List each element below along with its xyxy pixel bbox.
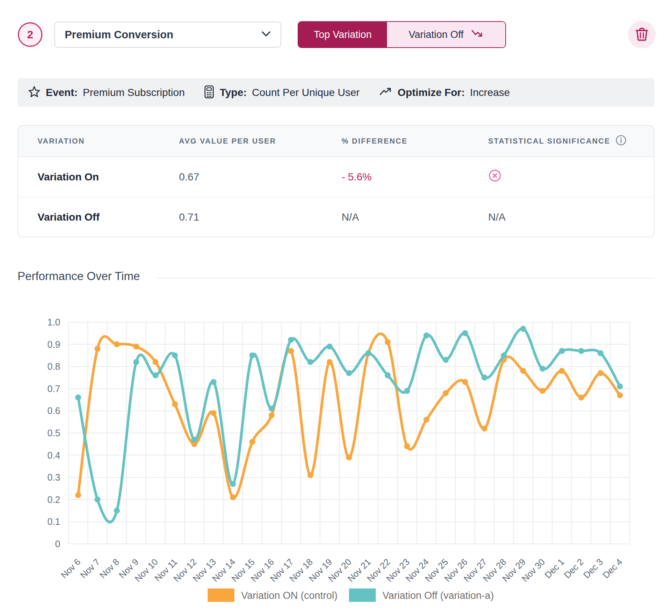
variation-off-variation-a-point[interactable]: [95, 497, 100, 503]
variation-off-variation-a-point[interactable]: [114, 508, 120, 514]
variation-on-control-point[interactable]: [617, 392, 623, 398]
event-bar: Event: Premium Subscription Type: Count …: [17, 78, 655, 107]
variation-on-control-point[interactable]: [95, 346, 100, 352]
variation-off-variation-a-point[interactable]: [423, 333, 429, 339]
variation-off-variation-a-point[interactable]: [249, 352, 255, 358]
variation-off-variation-a-point[interactable]: [269, 405, 275, 411]
variation-off-variation-a-point[interactable]: [520, 326, 526, 332]
variation-off-variation-a-point[interactable]: [75, 395, 81, 401]
variation-on-control-point[interactable]: [481, 426, 487, 431]
variation-off-label: Variation Off: [409, 29, 464, 41]
variation-on-control-point[interactable]: [346, 455, 352, 461]
variation-off-variation-a-point[interactable]: [559, 348, 565, 354]
x-axis-label: Dec 3: [581, 556, 605, 580]
performance-chart-svg: 00.10.20.30.40.50.60.70.80.91.0Nov 6Nov …: [0, 309, 672, 616]
variation-on-control-point[interactable]: [423, 417, 429, 423]
y-axis-label: 0.6: [47, 405, 60, 416]
variation-off-variation-a-point[interactable]: [327, 344, 333, 350]
variation-on-control-point[interactable]: [443, 390, 449, 396]
y-axis-label: 0.2: [47, 494, 60, 505]
y-axis-label: 0.3: [47, 472, 60, 482]
variation-off-variation-a-point[interactable]: [307, 359, 313, 365]
variation-off-variation-a-point[interactable]: [578, 348, 584, 354]
type-value: Count Per Unique User: [252, 87, 359, 99]
variation-on-control-point[interactable]: [249, 439, 255, 445]
legend-item[interactable]: Variation Off (variation-a): [349, 588, 494, 602]
y-axis-label: 0: [55, 539, 60, 549]
variation-on-control-point[interactable]: [288, 348, 294, 354]
difference-value: N/A: [342, 211, 488, 223]
variation-off-variation-a-point[interactable]: [617, 384, 623, 389]
variation-off-variation-a-point[interactable]: [462, 330, 468, 336]
trending-up-icon: [379, 87, 393, 98]
variation-on-control-point[interactable]: [404, 443, 410, 449]
variation-toggle: Top Variation Variation Off: [298, 21, 506, 48]
variation-off-variation-a-point[interactable]: [501, 352, 507, 358]
y-axis-label: 0.8: [47, 361, 60, 372]
variation-on-control-point[interactable]: [133, 344, 139, 350]
variation-on-control-point[interactable]: [520, 368, 526, 374]
variation-off-variation-a-point[interactable]: [230, 481, 236, 487]
table-header: VARIATION AVG VALUE PER USER % DIFFERENC…: [18, 126, 654, 157]
y-axis-label: 1.0: [47, 317, 60, 327]
avg-value: 0.71: [179, 211, 342, 223]
variation-off-variation-a-point[interactable]: [404, 388, 410, 394]
variation-on-control-point[interactable]: [307, 472, 313, 478]
legend-swatch: [349, 588, 376, 602]
variation-on-control-point[interactable]: [153, 359, 159, 365]
legend-item[interactable]: Variation ON (control): [208, 588, 337, 602]
variation-on-control-point[interactable]: [327, 359, 333, 365]
variation-off-variation-a-point[interactable]: [365, 350, 371, 356]
legend-swatch: [208, 588, 234, 602]
variation-off-variation-a-point[interactable]: [346, 370, 352, 376]
col-significance: STATISTICAL SIGNIFICANCE: [488, 135, 654, 148]
variation-off-variation-a-point[interactable]: [288, 337, 294, 343]
variation-on-control-point[interactable]: [230, 494, 236, 500]
variation-on-control-point[interactable]: [211, 410, 217, 416]
variation-off-variation-a-point[interactable]: [598, 350, 604, 356]
trash-icon: [636, 27, 648, 42]
variation-on-control-point[interactable]: [269, 412, 275, 418]
variation-on-control-point[interactable]: [540, 388, 545, 394]
metric-dropdown-value: Premium Conversion: [65, 29, 173, 41]
variation-on-control-point[interactable]: [114, 341, 120, 347]
delete-metric-button[interactable]: [628, 21, 656, 48]
x-axis-label: Nov 7: [78, 556, 102, 580]
info-icon[interactable]: [615, 135, 627, 148]
trend-down-icon: [471, 29, 484, 41]
metric-index-badge: 2: [18, 22, 42, 47]
variation-on-control-point[interactable]: [172, 401, 178, 407]
section-divider: [156, 278, 655, 279]
variation-off-variation-a-point[interactable]: [172, 352, 178, 358]
variation-off-variation-a-point[interactable]: [540, 366, 545, 372]
variation-off-variation-a-point[interactable]: [385, 372, 391, 378]
variation-off-variation-a-point[interactable]: [153, 372, 159, 378]
y-axis-label: 0.4: [47, 450, 60, 461]
variation-off-variation-a-point[interactable]: [133, 359, 139, 365]
top-variation-label: Top Variation: [314, 29, 372, 41]
variation-on-control-point[interactable]: [578, 395, 584, 401]
col-variation: VARIATION: [38, 137, 179, 145]
variation-on-control-point[interactable]: [559, 368, 565, 374]
variation-on-control-point[interactable]: [75, 492, 81, 498]
metric-index-label: 2: [27, 28, 33, 41]
variation-on-control-point[interactable]: [462, 379, 468, 385]
variation-off-variation-a-point[interactable]: [191, 437, 197, 443]
x-axis-label: Dec 4: [601, 556, 624, 580]
x-axis-label: Dec 1: [543, 556, 566, 580]
top-variation-button[interactable]: Top Variation: [298, 22, 387, 47]
variation-on-control-point[interactable]: [385, 339, 391, 345]
y-axis-label: 0.1: [47, 516, 60, 527]
event-label: Event:: [46, 87, 78, 99]
type-group: Type: Count Per Unique User: [204, 85, 359, 100]
variation-off-variation-a-point[interactable]: [443, 357, 449, 363]
y-axis-label: 0.9: [47, 339, 60, 350]
optimize-label: Optimize For:: [398, 87, 465, 99]
variation-on-control-point[interactable]: [598, 370, 604, 376]
optimize-group: Optimize For: Increase: [379, 87, 510, 99]
results-table: VARIATION AVG VALUE PER USER % DIFFERENC…: [17, 125, 655, 237]
variation-off-variation-a-point[interactable]: [211, 379, 217, 385]
variation-off-button[interactable]: Variation Off: [387, 22, 505, 47]
variation-off-variation-a-point[interactable]: [481, 375, 487, 381]
metric-dropdown[interactable]: Premium Conversion: [54, 22, 281, 48]
